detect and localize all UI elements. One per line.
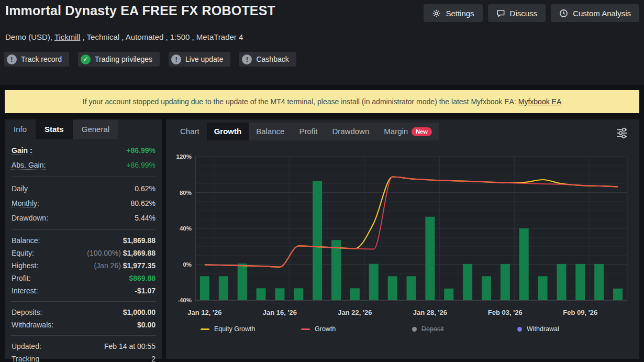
divider: [11, 177, 156, 177]
stat-row-monthly: Monthly:80.62%: [5, 196, 162, 211]
tab-profit[interactable]: Profit: [292, 123, 325, 140]
stat-subvalue: (100.00%): [87, 249, 123, 257]
page-title: Immortal Dynasty EA FREE FX ROBOTEST: [5, 3, 275, 18]
y-tick-label: -40%: [177, 297, 192, 303]
stat-group: Gain :+86.99%Abs. Gain:+86.99%: [5, 141, 162, 174]
chart-bar-jan-22: [350, 288, 360, 300]
discuss-button-label: Discuss: [510, 9, 538, 18]
badge-trading-privileges[interactable]: Trading privileges: [78, 52, 160, 67]
legend-label: Growth: [315, 325, 336, 333]
chart-bar-feb-06: [557, 264, 566, 300]
stat-row-daily: Daily0.62%: [5, 181, 162, 196]
stat-value: 80.62%: [131, 199, 156, 207]
stat-value: (Jan 26) $1,977.35: [94, 261, 156, 270]
stat-row-withdrawals: Withdrawals:$0.00: [5, 319, 162, 331]
stat-value: $0.00: [137, 321, 156, 329]
stat-main-value: 2: [151, 355, 156, 362]
stat-value: (100.00%) $1,869.88: [87, 249, 156, 257]
chart-settings-icon[interactable]: [615, 127, 629, 139]
legend-item-growth[interactable]: Growth: [301, 325, 336, 333]
chart-legend: Equity GrowthGrowthDepositWithdrawal: [166, 325, 639, 336]
alert-icon: [242, 54, 252, 64]
growth-chart[interactable]: 120%80%40%0%-40%Jan 12, '26Jan 16, '26Ja…: [166, 119, 639, 359]
tab-general[interactable]: General: [73, 119, 118, 139]
stat-group: Updated:Feb 14 at 00:55Tracking2: [5, 338, 162, 362]
stat-label: Drawdown:: [12, 214, 48, 222]
tab-chart[interactable]: Chart: [173, 123, 207, 140]
stat-label: Profit:: [12, 274, 31, 282]
stat-value: $1,869.88: [123, 236, 156, 245]
header-actions: Settings Discuss Custom Analysis: [424, 4, 639, 22]
stat-label: Highest:: [12, 261, 38, 270]
stat-main-value: +86.99%: [126, 161, 156, 169]
settings-button[interactable]: Settings: [424, 4, 482, 22]
tab-balance[interactable]: Balance: [249, 123, 292, 140]
stat-row-balance: Balance:$1,869.88: [5, 234, 162, 247]
tab-margin-label: Margin: [384, 127, 408, 136]
stat-value: 0.62%: [135, 184, 156, 193]
stat-label: Balance:: [12, 236, 40, 245]
stat-label: Withdrawals:: [12, 321, 53, 329]
myfxbook-ea-link[interactable]: Myfxbook EA: [518, 97, 561, 106]
badge-label: Trading privileges: [95, 55, 152, 63]
subtitle-prefix: Demo (USD),: [5, 32, 54, 41]
account-subtitle: Demo (USD), Tickmill , Technical , Autom…: [5, 32, 243, 41]
chat-icon: [496, 9, 505, 18]
chart-bar-feb-11: [613, 289, 623, 300]
stat-row-tracking: Tracking2: [5, 353, 162, 362]
info-panel-tabs: Info Stats General: [5, 119, 162, 139]
legend-item-equity-growth[interactable]: Equity Growth: [201, 325, 256, 333]
stat-subvalue: (Jan 26): [94, 261, 123, 270]
stat-label: Daily: [12, 184, 28, 193]
stat-value: Feb 14 at 00:55: [104, 342, 156, 350]
tab-info[interactable]: Info: [5, 119, 36, 139]
stat-main-value: Feb 14 at 00:55: [104, 342, 156, 350]
stat-row-deposits: Deposits:$1,000.00: [5, 306, 162, 319]
stat-main-value: 0.62%: [135, 184, 156, 193]
custom-analysis-button[interactable]: Custom Analysis: [551, 4, 639, 22]
stat-main-value: $0.00: [137, 321, 156, 329]
stat-main-value: -$1.07: [135, 287, 156, 295]
x-tick-label: Feb 09, '26: [563, 309, 597, 316]
tab-growth[interactable]: Growth: [207, 123, 249, 140]
chart-bar-jan-23: [369, 264, 379, 300]
chart-bar-jan-20: [313, 181, 322, 300]
stats-list: Gain :+86.99%Abs. Gain:+86.99%Daily0.62%…: [5, 139, 162, 362]
tab-drawdown[interactable]: Drawdown: [325, 123, 376, 140]
badge-label: Track record: [21, 55, 62, 63]
stat-main-value: $1,869.88: [123, 236, 156, 245]
badge-track-record[interactable]: Track record: [4, 52, 69, 67]
chart-bar-feb-03: [501, 264, 510, 300]
stat-value: +86.99%: [126, 146, 156, 155]
badge-live-update[interactable]: Live update: [169, 52, 230, 67]
chart-bar-jan-30: [463, 264, 472, 300]
chart-bar-jan-28: [425, 217, 435, 300]
x-tick-label: Feb 03, '26: [488, 309, 523, 316]
legend-item-deposit[interactable]: Deposit: [412, 325, 443, 333]
dot-swatch: [412, 327, 417, 332]
legend-label: Equity Growth: [214, 325, 256, 333]
badge-cashback[interactable]: Cashback: [239, 52, 296, 67]
stat-row-interest: Interest:-$1.07: [5, 284, 162, 297]
badge-label: Live update: [185, 55, 223, 63]
alert-icon: [171, 54, 181, 64]
stat-main-value: $1,869.88: [123, 249, 156, 257]
legend-label: Withdrawal: [527, 325, 559, 333]
stat-row-drawdown: Drawdown:5.44%: [5, 211, 162, 225]
chart-bar-feb-05: [538, 276, 548, 300]
divider: [11, 301, 156, 302]
chart-bar-jan-15: [257, 288, 266, 300]
chart-tabs: Chart Growth Balance Profit Drawdown Mar…: [173, 123, 639, 140]
tab-stats[interactable]: Stats: [36, 119, 73, 139]
discuss-button[interactable]: Discuss: [488, 4, 546, 22]
stat-main-value: +86.99%: [126, 146, 156, 155]
new-badge: New: [412, 127, 432, 136]
stat-label: Interest:: [12, 287, 38, 295]
chart-bar-jan-21: [331, 240, 341, 300]
broker-link[interactable]: Tickmill: [54, 32, 80, 41]
chart-bar-jan-12: [200, 276, 209, 300]
divider: [11, 335, 156, 336]
tab-margin[interactable]: MarginNew: [376, 123, 439, 140]
legend-item-withdrawal[interactable]: Withdrawal: [517, 325, 559, 333]
stat-label: Monthly:: [12, 199, 39, 208]
